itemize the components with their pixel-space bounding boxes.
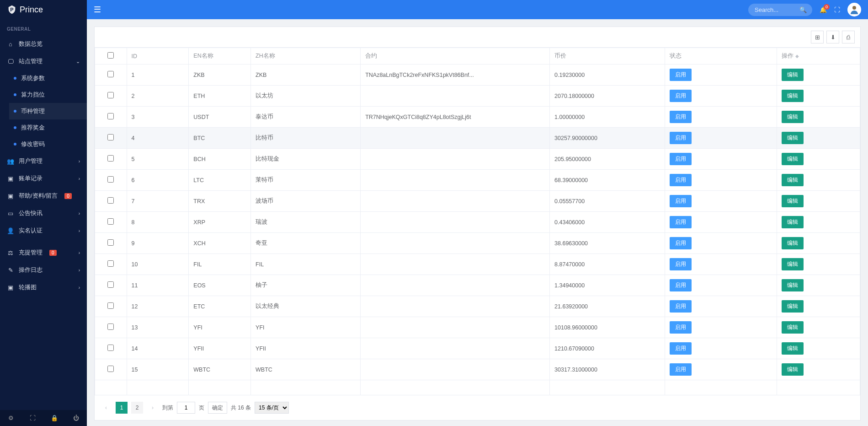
cell-en: BCH: [189, 149, 251, 170]
gear-icon[interactable]: ⚙: [0, 410, 22, 426]
edit-button[interactable]: 编辑: [782, 174, 804, 186]
status-button[interactable]: 启用: [670, 216, 692, 228]
status-button[interactable]: 启用: [670, 153, 692, 165]
edit-button[interactable]: 编辑: [782, 321, 804, 334]
print-icon[interactable]: ⎙: [842, 31, 855, 43]
cell-en: XRP: [189, 212, 251, 233]
edit-button[interactable]: 编辑: [782, 153, 804, 165]
row-checkbox[interactable]: [107, 260, 114, 267]
logo[interactable]: P Prince: [0, 0, 87, 19]
goto-page-input[interactable]: [177, 402, 195, 414]
page-1-button[interactable]: 1: [116, 402, 128, 414]
power-icon[interactable]: ⏻: [65, 410, 87, 426]
status-button[interactable]: 启用: [670, 174, 692, 186]
row-checkbox[interactable]: [107, 134, 114, 140]
cell-en: USDT: [189, 107, 251, 128]
page-2-button[interactable]: 2: [131, 402, 143, 414]
status-button[interactable]: 启用: [670, 111, 692, 123]
nav-withdraw[interactable]: ⚖ 充提管理 0 ›: [0, 244, 87, 261]
edit-button[interactable]: 编辑: [782, 132, 804, 144]
row-checkbox[interactable]: [107, 197, 114, 204]
status-button[interactable]: 启用: [670, 279, 692, 291]
header-action[interactable]: 操作◆: [777, 48, 860, 65]
header-contract[interactable]: 合约: [361, 48, 550, 65]
row-checkbox[interactable]: [107, 302, 114, 309]
edit-button[interactable]: 编辑: [782, 69, 804, 81]
row-checkbox[interactable]: [107, 218, 114, 225]
edit-button[interactable]: 编辑: [782, 90, 804, 102]
svg-text:P: P: [10, 7, 13, 12]
status-button[interactable]: 启用: [670, 300, 692, 313]
status-button[interactable]: 启用: [670, 363, 692, 376]
cell-price: 2070.18000000: [550, 86, 665, 107]
notification-bell[interactable]: 🔔 0: [820, 6, 827, 13]
nav-user-mgmt[interactable]: 👥 用户管理 ›: [0, 152, 87, 170]
nav-carousel[interactable]: ▣ 轮播图 ›: [0, 279, 87, 296]
edit-button[interactable]: 编辑: [782, 111, 804, 123]
row-checkbox[interactable]: [107, 239, 114, 246]
cell-contract: [361, 149, 550, 170]
goto-confirm-button[interactable]: 确定: [208, 402, 227, 414]
next-page-button[interactable]: ›: [147, 402, 159, 414]
status-button[interactable]: 启用: [670, 90, 692, 102]
nav-op-log[interactable]: ✎ 操作日志 ›: [0, 261, 87, 279]
nav-dashboard[interactable]: ⌂ 数据总览: [0, 35, 87, 53]
status-button[interactable]: 启用: [670, 321, 692, 334]
status-button[interactable]: 启用: [670, 342, 692, 355]
nav-label: 用户管理: [19, 157, 43, 165]
fullscreen-icon[interactable]: ⛶: [834, 6, 840, 13]
edit-button[interactable]: 编辑: [782, 279, 804, 291]
nav-label: 修改密码: [21, 140, 45, 148]
columns-icon[interactable]: ⊞: [811, 31, 824, 43]
nav-coin-mgmt[interactable]: 币种管理: [9, 103, 87, 119]
avatar[interactable]: [847, 3, 861, 16]
nav-realname[interactable]: 👤 实名认证 ›: [0, 222, 87, 239]
status-button[interactable]: 启用: [670, 258, 692, 270]
nav-help-msg[interactable]: ▣ 帮助/资料/留言 0: [0, 187, 87, 205]
lock-icon[interactable]: 🔒: [43, 410, 65, 426]
edit-button[interactable]: 编辑: [782, 363, 804, 376]
edit-button[interactable]: 编辑: [782, 342, 804, 355]
search-icon[interactable]: 🔍: [799, 6, 807, 13]
row-checkbox[interactable]: [107, 71, 114, 77]
status-button[interactable]: 启用: [670, 237, 692, 249]
edit-button[interactable]: 编辑: [782, 300, 804, 313]
row-checkbox[interactable]: [107, 345, 114, 351]
header-zh[interactable]: ZH名称: [251, 48, 361, 65]
cell-zh: YFII: [251, 338, 361, 359]
status-button[interactable]: 启用: [670, 69, 692, 81]
per-page-select[interactable]: 15 条/页: [255, 402, 289, 414]
nav-announce[interactable]: ▭ 公告快讯 ›: [0, 205, 87, 222]
row-checkbox[interactable]: [107, 176, 114, 183]
expand-icon[interactable]: ⛶: [22, 410, 44, 426]
header-status[interactable]: 状态: [665, 48, 777, 65]
header-id[interactable]: ID: [127, 48, 189, 65]
nav-power-level[interactable]: 算力挡位: [9, 86, 87, 103]
nav-change-pwd[interactable]: 修改密码: [9, 136, 87, 152]
edit-button[interactable]: 编辑: [782, 258, 804, 270]
row-checkbox[interactable]: [107, 113, 114, 119]
cell-price: 21.63920000: [550, 296, 665, 317]
cell-zh: 奇亚: [251, 233, 361, 254]
row-checkbox[interactable]: [107, 366, 114, 372]
edit-button[interactable]: 编辑: [782, 237, 804, 249]
row-checkbox[interactable]: [107, 92, 114, 98]
row-checkbox[interactable]: [107, 324, 114, 330]
nav-sys-params[interactable]: 系统参数: [9, 70, 87, 86]
prev-page-button[interactable]: ‹: [100, 402, 112, 414]
hamburger-icon[interactable]: ☰: [94, 5, 101, 15]
row-checkbox[interactable]: [107, 281, 114, 288]
nav-referral[interactable]: 推荐奖金: [9, 119, 87, 136]
edit-button[interactable]: 编辑: [782, 216, 804, 228]
select-all-checkbox[interactable]: [107, 52, 114, 59]
cell-contract: [361, 317, 550, 338]
edit-button[interactable]: 编辑: [782, 195, 804, 207]
nav-bill-record[interactable]: ▣ 账单记录 ›: [0, 170, 87, 187]
status-button[interactable]: 启用: [670, 195, 692, 207]
row-checkbox[interactable]: [107, 155, 114, 162]
nav-site-mgmt[interactable]: 🖵 站点管理 ⌄: [0, 53, 87, 70]
header-en[interactable]: EN名称: [189, 48, 251, 65]
export-icon[interactable]: ⬇: [826, 31, 839, 43]
header-price[interactable]: 币价: [550, 48, 665, 65]
status-button[interactable]: 启用: [670, 132, 692, 144]
